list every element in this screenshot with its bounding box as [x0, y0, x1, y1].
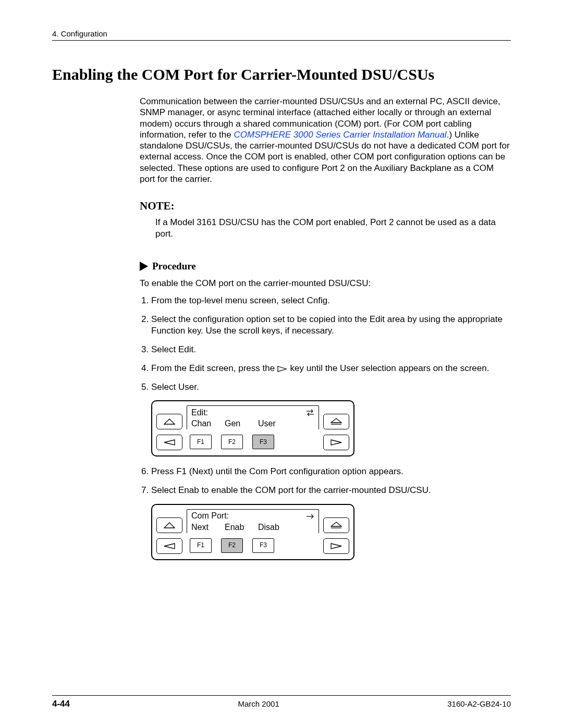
step-1: From the top-level menu screen, select C… — [151, 295, 511, 306]
step-3: Select Edit. — [151, 344, 511, 355]
lcd-panel-edit: Edit: — [151, 400, 354, 456]
svg-marker-10 — [331, 522, 341, 526]
step-4a: From the Edit screen, press the — [151, 363, 277, 373]
fkey-row: F1 F2 F3 — [187, 435, 319, 450]
procedure-triangle-icon — [140, 262, 148, 271]
step-7: Select Enab to enable the COM port for t… — [151, 485, 511, 560]
page-footer: 4-44 March 2001 3160-A2-GB24-10 — [52, 694, 511, 709]
svg-marker-8 — [164, 523, 175, 528]
home-button[interactable] — [323, 414, 349, 429]
f2-key[interactable]: F2 — [221, 435, 243, 449]
lcd-screen-comport: Com Port: Next Enab — [187, 509, 319, 533]
left-button-2[interactable] — [156, 538, 182, 554]
opt-disab: Disab — [258, 522, 291, 533]
step-5: Select User. Edit: — [151, 381, 511, 456]
svg-marker-0 — [278, 366, 286, 372]
procedure-intro: To enable the COM port on the carrier-mo… — [140, 278, 511, 289]
swap-icon — [306, 409, 314, 416]
home-button-2[interactable] — [323, 517, 349, 533]
opt-chan: Chan — [191, 418, 225, 429]
manual-link[interactable]: COMSPHERE 3000 Series Carrier Installati… — [234, 130, 446, 140]
fkey-row-2: F1 F2 F3 — [187, 538, 319, 554]
f3-key-2[interactable]: F3 — [252, 538, 274, 553]
up-button-2[interactable] — [156, 517, 182, 533]
footer-doc: 3160-A2-GB24-10 — [447, 699, 511, 708]
intro-block: Communication between the carrier-mounte… — [140, 96, 511, 560]
note-body: If a Model 3161 DSU/CSU has the COM port… — [155, 217, 511, 239]
svg-marker-13 — [331, 544, 341, 549]
procedure-steps: From the top-level menu screen, select C… — [140, 295, 511, 560]
chapter-label: 4. Configuration — [52, 29, 511, 38]
step-4: From the Edit screen, press the key unti… — [151, 363, 511, 374]
step-4b: key until the User selection appears on … — [288, 363, 489, 373]
page-title: Enabling the COM Port for Carrier-Mounte… — [52, 66, 511, 83]
svg-marker-1 — [164, 419, 175, 424]
note-heading: NOTE: — [140, 199, 511, 213]
step-6: Press F1 (Next) until the Com Port confi… — [151, 466, 511, 477]
footer-date: March 2001 — [238, 699, 279, 708]
procedure-heading: Procedure — [140, 260, 511, 273]
svg-marker-6 — [164, 440, 175, 445]
right-button-2[interactable] — [323, 538, 349, 554]
right-key-icon — [277, 366, 288, 372]
procedure-label: Procedure — [152, 260, 196, 273]
footer-rule — [52, 695, 511, 696]
screen-title: Edit: — [191, 408, 208, 418]
f3-key[interactable]: F3 — [252, 435, 274, 449]
screen-title-2: Com Port: — [191, 511, 229, 522]
lcd-screen-edit: Edit: — [187, 405, 319, 429]
opt-gen: Gen — [225, 418, 258, 429]
f1-key[interactable]: F1 — [190, 435, 212, 449]
step-5-text: Select User. — [151, 382, 199, 392]
f1-key-2[interactable]: F1 — [190, 538, 212, 553]
right-button[interactable] — [323, 435, 349, 450]
opt-user: User — [258, 418, 291, 429]
up-button[interactable] — [156, 414, 182, 429]
page-number: 4-44 — [52, 699, 70, 709]
svg-marker-7 — [331, 440, 341, 445]
svg-marker-4 — [331, 418, 341, 423]
step-2: Select the configuration option set to b… — [151, 314, 511, 337]
left-button[interactable] — [156, 435, 182, 450]
right-arrow-icon — [306, 514, 314, 519]
step-7-text: Select Enab to enable the COM port for t… — [151, 485, 431, 495]
lcd-panel-comport: Com Port: Next Enab — [151, 504, 354, 560]
opt-next: Next — [191, 522, 225, 533]
opt-enab: Enab — [225, 522, 258, 533]
f2-key-2[interactable]: F2 — [221, 538, 243, 553]
svg-marker-12 — [164, 544, 175, 549]
header-rule — [52, 40, 511, 41]
